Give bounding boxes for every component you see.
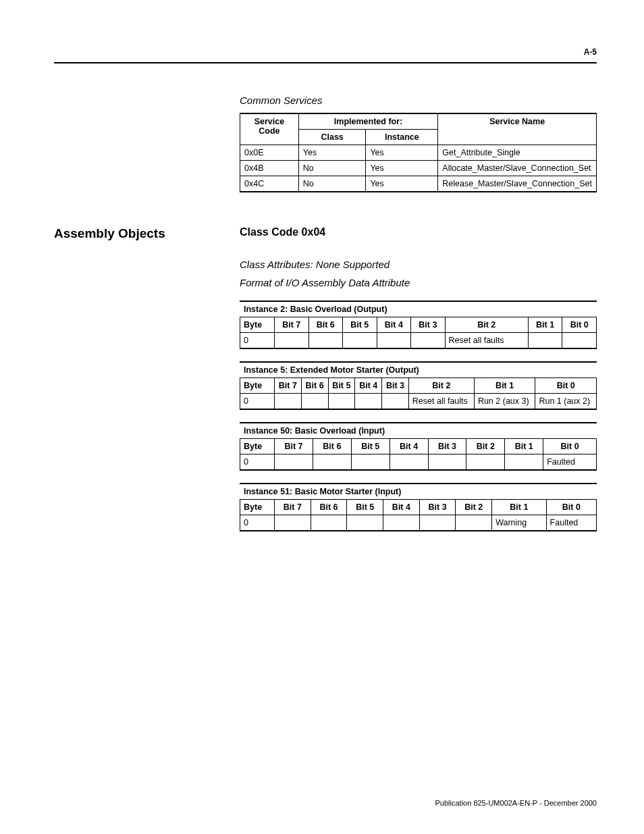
top-rule <box>54 62 597 63</box>
page-number: A-5 <box>54 47 597 57</box>
table-row: 0x4B No Yes Allocate_Master/Slave_Connec… <box>240 161 597 176</box>
bit-header: Bit 5 <box>343 317 377 333</box>
bit-header: Bit 0 <box>543 439 597 454</box>
bit-header: Bit 5 <box>347 500 383 515</box>
bit-cell: Warning <box>492 515 546 531</box>
bit-cell <box>411 333 446 349</box>
bit-header: Bit 4 <box>383 500 420 515</box>
bit-table-caption: Instance 50: Basic Overload (Input) <box>240 422 597 438</box>
class-code-heading: Class Code 0x04 <box>240 226 597 238</box>
bit-header: Bit 7 <box>275 317 309 333</box>
cell: No <box>298 161 366 176</box>
bit-cell: Reset all faults <box>445 333 528 349</box>
bit-table-caption: Instance 51: Basic Motor Starter (Input) <box>240 483 597 499</box>
table-row: 0x4C No Yes Release_Master/Slave_Connect… <box>240 176 597 192</box>
bit-header: Bit 7 <box>275 500 311 515</box>
th-service-name: Service Name <box>438 113 597 145</box>
bit-header: Bit 7 <box>275 439 313 454</box>
bit-cell <box>377 333 411 349</box>
bit-table: ByteBit 7Bit 6Bit 5Bit 4Bit 3Bit 2Bit 1B… <box>240 438 597 471</box>
class-attributes: Class Attributes: None Supported <box>240 259 597 270</box>
bit-header: Bit 6 <box>313 439 351 454</box>
cell: Get_Attribute_Single <box>438 145 597 161</box>
bit-header: Bit 1 <box>474 378 535 394</box>
cell: Yes <box>298 145 366 161</box>
cell: Release_Master/Slave_Connection_Set <box>438 176 597 192</box>
bit-header: Bit 2 <box>456 500 492 515</box>
bit-header: Bit 3 <box>382 378 409 394</box>
th-implemented-for: Implemented for: <box>298 113 437 130</box>
bit-header: Bit 1 <box>528 317 562 333</box>
bit-header: Bit 6 <box>301 378 328 394</box>
cell: Yes <box>366 176 438 192</box>
bit-cell <box>355 394 382 410</box>
bit-cell <box>275 333 309 349</box>
bit-cell: Faulted <box>546 515 596 531</box>
bit-cell <box>347 515 383 531</box>
bit-cell: 0 <box>240 333 275 349</box>
bit-table: ByteBit 7Bit 6Bit 5Bit 4Bit 3Bit 2Bit 1B… <box>240 377 597 410</box>
bit-cell <box>428 454 466 471</box>
cell: Yes <box>366 145 438 161</box>
bit-cell <box>562 333 597 349</box>
bit-header: Byte <box>240 500 275 515</box>
footer-publication: Publication 825-UM002A-EN-P - December 2… <box>54 799 597 807</box>
bit-header: Byte <box>240 439 275 454</box>
bit-table-caption: Instance 2: Basic Overload (Output) <box>240 301 597 317</box>
bit-cell <box>390 454 428 471</box>
format-heading: Format of I/O Assembly Data Attribute <box>240 277 597 288</box>
bit-header: Bit 2 <box>408 378 474 394</box>
bit-cell <box>419 515 456 531</box>
bit-cell <box>466 454 505 471</box>
bit-header: Byte <box>240 378 275 394</box>
bit-table-caption: Instance 5: Extended Motor Starter (Outp… <box>240 361 597 377</box>
bit-cell <box>275 454 313 471</box>
bit-cell <box>311 515 347 531</box>
bit-header: Bit 2 <box>445 317 528 333</box>
bit-header: Bit 7 <box>275 378 302 394</box>
bit-header: Bit 1 <box>492 500 546 515</box>
bit-header: Bit 6 <box>308 317 343 333</box>
bit-cell: Run 2 (aux 3) <box>474 394 535 410</box>
bit-table: ByteBit 7Bit 6Bit 5Bit 4Bit 3Bit 2Bit 1B… <box>240 499 597 531</box>
bit-header: Bit 5 <box>328 378 355 394</box>
bit-header: Bit 0 <box>535 378 597 394</box>
cell: 0x0E <box>240 145 299 161</box>
th-service-code: Service Code <box>240 113 299 145</box>
bit-header: Bit 2 <box>466 439 505 454</box>
cell: 0x4B <box>240 161 299 176</box>
bit-cell <box>328 394 355 410</box>
th-instance: Instance <box>366 130 438 145</box>
bit-cell <box>301 394 328 410</box>
bit-cell: 0 <box>240 454 275 471</box>
common-services-title: Common Services <box>240 95 597 106</box>
bit-header: Bit 3 <box>419 500 456 515</box>
bit-header: Bit 4 <box>355 378 382 394</box>
cell: 0x4C <box>240 176 299 192</box>
cell: Yes <box>366 161 438 176</box>
table-row: 0x0E Yes Yes Get_Attribute_Single <box>240 145 597 161</box>
assembly-objects-heading: Assembly Objects <box>54 226 240 241</box>
bit-cell <box>382 394 409 410</box>
common-services-table: Service Code Implemented for: Service Na… <box>240 113 597 192</box>
bit-cell <box>456 515 492 531</box>
bit-cell <box>275 394 302 410</box>
bit-cell <box>383 515 420 531</box>
bit-cell <box>275 515 311 531</box>
bit-header: Bit 0 <box>562 317 597 333</box>
bit-cell: Run 1 (aux 2) <box>535 394 597 410</box>
bit-cell: Faulted <box>543 454 597 471</box>
th-class: Class <box>298 130 366 145</box>
bit-header: Bit 3 <box>428 439 466 454</box>
bit-header: Bit 4 <box>390 439 428 454</box>
bit-cell: 0 <box>240 394 275 410</box>
bit-cell <box>343 333 377 349</box>
cell: Allocate_Master/Slave_Connection_Set <box>438 161 597 176</box>
bit-header: Bit 6 <box>311 500 347 515</box>
bit-header: Bit 0 <box>546 500 596 515</box>
bit-cell <box>308 333 343 349</box>
bit-header: Byte <box>240 317 275 333</box>
bit-cell <box>351 454 390 471</box>
bit-cell <box>313 454 351 471</box>
bit-cell <box>505 454 543 471</box>
